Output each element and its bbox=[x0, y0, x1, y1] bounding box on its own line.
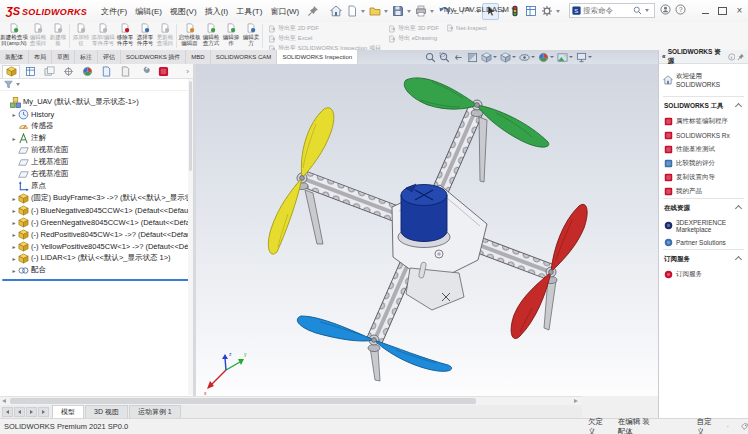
graphics-area[interactable]: x y z bbox=[196, 64, 658, 396]
menu-window[interactable]: 窗口(W) bbox=[266, 4, 303, 19]
featuremanager-tree-tab[interactable] bbox=[2, 65, 20, 78]
item-partner-solutions[interactable]: Partner Solutions bbox=[663, 235, 744, 249]
edit-vendors-button[interactable]: 编辑卖方 bbox=[241, 22, 261, 50]
cam-operation-tree-tab[interactable] bbox=[116, 65, 134, 78]
tab-evaluate[interactable]: 评估 bbox=[98, 50, 121, 64]
lidar-dome[interactable] bbox=[398, 184, 450, 248]
search-dropdown[interactable] bbox=[645, 9, 649, 12]
close-button[interactable]: × bbox=[731, 0, 748, 21]
tree-item-top-plane[interactable]: 上视基准面 bbox=[0, 156, 193, 168]
tree-item-yellow-prop[interactable]: ▸(-) YellowPositive8045CW<1> ->? (Défaut… bbox=[0, 240, 193, 252]
inspection-manager-tab[interactable] bbox=[154, 65, 172, 78]
edit-inspection-project-button[interactable]: 编辑检查项目 bbox=[28, 22, 48, 50]
minimize-button[interactable] bbox=[697, 0, 714, 21]
tree-item-right-plane[interactable]: 右视基准面 bbox=[0, 168, 193, 180]
home-button[interactable] bbox=[328, 4, 343, 19]
tab-3d-views[interactable]: 3D 视图 bbox=[85, 405, 128, 418]
pin-menu-icon[interactable] bbox=[305, 4, 320, 19]
tab-cam[interactable]: SOLIDWORKS CAM bbox=[211, 50, 278, 64]
zoom-fit-icon[interactable] bbox=[425, 52, 436, 63]
filter-dropdown[interactable] bbox=[16, 83, 20, 86]
section-view-icon[interactable] bbox=[467, 52, 478, 63]
rollback-bar[interactable] bbox=[2, 279, 190, 281]
tree-item-annotations[interactable]: ▸注解 bbox=[0, 132, 193, 144]
collapse-chevron-icon[interactable] bbox=[735, 205, 742, 212]
pane-help-icon[interactable]: i bbox=[728, 53, 736, 61]
tab-mbd[interactable]: MBD bbox=[186, 50, 210, 64]
edit-inspection-methods-button[interactable]: 编辑检查方式 bbox=[201, 22, 221, 50]
next-tab-button[interactable] bbox=[26, 407, 37, 417]
filter-funnel-icon[interactable] bbox=[4, 80, 13, 89]
section-header-online[interactable]: 在线资源 bbox=[663, 198, 744, 216]
command-search-box[interactable]: S bbox=[569, 3, 655, 18]
cam-tools-tab[interactable] bbox=[135, 65, 153, 78]
new-document-dropdown[interactable] bbox=[361, 10, 365, 13]
tab-layout[interactable]: 布局 bbox=[29, 50, 52, 64]
item-performance-benchmark[interactable]: 性能基准测试 bbox=[663, 142, 744, 156]
tree-root[interactable]: My_UAV (默认<默认_显示状态-1>) bbox=[0, 96, 193, 108]
export-3d-pdf-button[interactable]: 导出至 3D PDF bbox=[388, 24, 439, 33]
tag-icon[interactable] bbox=[741, 422, 748, 431]
item-solidworks-rx[interactable]: SOLIDWORKS Rx bbox=[663, 128, 744, 142]
configurationmanager-tab[interactable] bbox=[40, 65, 58, 78]
tree-item-sensors[interactable]: 传感器 bbox=[0, 120, 193, 132]
menu-tools[interactable]: 工具(T) bbox=[232, 4, 266, 19]
scroll-right-arrow[interactable] bbox=[574, 399, 578, 403]
tree-item-origin[interactable]: 原点 bbox=[0, 180, 193, 192]
collapse-chevron-icon[interactable] bbox=[735, 256, 742, 263]
view-settings-icon[interactable] bbox=[576, 52, 592, 63]
customize-button[interactable]: 自定义 bbox=[697, 417, 715, 434]
dimxpertmanager-tab[interactable] bbox=[59, 65, 77, 78]
new-inspection-project-button[interactable]: 新建检查项目(amp;N) bbox=[0, 22, 28, 50]
scroll-left-arrow[interactable] bbox=[2, 399, 6, 403]
hide-show-items-icon[interactable] bbox=[519, 52, 535, 63]
menu-file[interactable]: 文件(F) bbox=[97, 4, 131, 19]
edit-appearance-icon[interactable] bbox=[538, 52, 554, 63]
item-my-products[interactable]: 我的产品 bbox=[663, 184, 744, 198]
tree-item-front-plane[interactable]: 前视基准面 bbox=[0, 144, 193, 156]
edit-operations-button[interactable]: 编辑操作 bbox=[221, 22, 241, 50]
tree-item-bodyframe[interactable]: ▸(固定) BudyFrame<3> ->? (默认<<默认>_显示状态 1>) bbox=[0, 192, 193, 204]
search-input[interactable] bbox=[583, 6, 631, 15]
scroll-thumb[interactable] bbox=[10, 398, 476, 404]
zoom-area-icon[interactable] bbox=[439, 52, 450, 63]
item-property-tab-builder[interactable]: 属性标签编制程序 bbox=[663, 114, 744, 128]
tree-item-mates[interactable]: ▸配合 bbox=[0, 264, 193, 276]
menu-view[interactable]: 视图(V) bbox=[166, 4, 201, 19]
display-style-icon[interactable] bbox=[500, 52, 516, 63]
item-compare-my-score[interactable]: 比较我的评分 bbox=[663, 156, 744, 170]
tree-filter-row[interactable] bbox=[0, 79, 193, 91]
remove-balloon-button[interactable]: 移除零件序号 bbox=[115, 22, 135, 50]
add-feature-button[interactable]: 添加特征 bbox=[71, 22, 91, 50]
displaymanager-tab[interactable] bbox=[78, 65, 96, 78]
export-excel-button[interactable]: 导出至 Excel bbox=[268, 34, 381, 43]
view-orientation-icon[interactable] bbox=[481, 52, 497, 63]
item-3dexperience-marketplace[interactable]: 3DEXPERIENCE Marketplace bbox=[663, 216, 744, 235]
new-template-button[interactable]: 新建模板 bbox=[48, 22, 68, 50]
prev-tab-button[interactable] bbox=[14, 407, 25, 417]
options-dropdown[interactable] bbox=[556, 10, 560, 13]
open-dropdown[interactable] bbox=[384, 10, 388, 13]
update-inspection-project-button[interactable]: 更新检查项目 bbox=[155, 22, 175, 50]
pane-pin-icon[interactable] bbox=[737, 53, 745, 61]
propertymanager-tab[interactable] bbox=[21, 65, 39, 78]
tab-model[interactable]: 模型 bbox=[52, 405, 84, 418]
menu-insert[interactable]: 插入(I) bbox=[201, 4, 233, 19]
tab-inspection[interactable]: SOLIDWORKS Inspection bbox=[277, 50, 358, 64]
restore-button[interactable] bbox=[714, 0, 731, 21]
net-inspect-button[interactable]: Net-Inspect bbox=[446, 24, 487, 32]
section-header-tools[interactable]: SOLIDWORKS 工具 bbox=[663, 96, 744, 114]
welcome-link[interactable]: 欢迎使用 SOLIDWORKS bbox=[663, 72, 744, 88]
add-edit-balloon-button[interactable]: 添加/编辑零件序号 bbox=[91, 22, 115, 50]
section-header-subscription[interactable]: 订阅服务 bbox=[663, 249, 744, 267]
tree-item-lidar[interactable]: ▸(-) LIDAR<1> (默认<<默认>_显示状态 1>) bbox=[0, 252, 193, 264]
tab-addins[interactable]: SOLIDWORKS 插件 bbox=[121, 50, 186, 64]
collapse-chevron-icon[interactable] bbox=[735, 103, 742, 110]
tab-markup[interactable]: 标注 bbox=[75, 50, 98, 64]
launch-template-editor-button[interactable]: 启动模板编辑器 bbox=[178, 22, 201, 50]
new-document-button[interactable] bbox=[344, 4, 359, 19]
sign-in-icon[interactable] bbox=[660, 4, 671, 15]
item-subscription-services[interactable]: 订阅服务 bbox=[663, 267, 744, 281]
search-magnifier-icon[interactable] bbox=[633, 6, 642, 15]
tree-item-red-prop[interactable]: ▸(-) RedPositive8045CW<1> ->? (Défaut<<D… bbox=[0, 228, 193, 240]
